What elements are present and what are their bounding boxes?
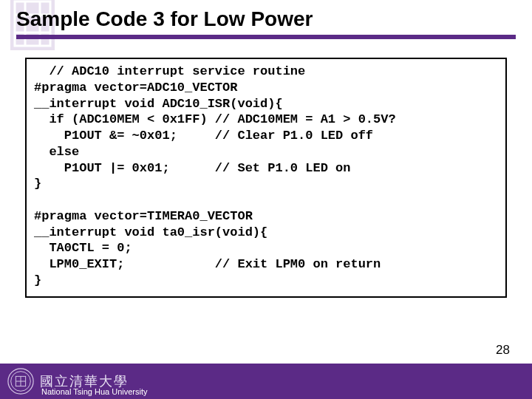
slide-number: 28 — [496, 343, 510, 358]
code-content: // ADC10 interrupt service routine #prag… — [34, 64, 498, 289]
footer-university: National Tsing Hua University — [41, 387, 147, 396]
university-seal-icon — [6, 366, 35, 396]
footer-bar: 國立清華大學 National Tsing Hua University — [0, 364, 532, 399]
title-underline — [16, 35, 516, 39]
code-box: // ADC10 interrupt service routine #prag… — [25, 58, 507, 298]
slide-title: Sample Code 3 for Low Power — [16, 7, 313, 31]
